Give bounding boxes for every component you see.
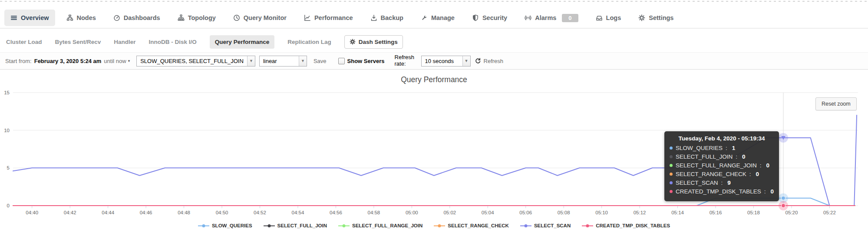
x-axis-label: 05:04	[482, 210, 494, 215]
radio-icon	[525, 14, 531, 21]
tab-label: Cluster Load	[6, 39, 42, 45]
nav-item-alarms[interactable]: Alarms0	[518, 9, 584, 27]
show-servers-checkbox[interactable]	[338, 58, 345, 64]
tab-replication-lag[interactable]: Replication Lag	[287, 39, 331, 45]
save-button[interactable]: Save	[314, 58, 327, 64]
gauge-icon	[113, 14, 120, 21]
nav-item-security[interactable]: Security	[466, 10, 513, 26]
tab-bytes-sent-recv[interactable]: Bytes Sent/Recv	[55, 39, 101, 45]
tab-handler[interactable]: Handler	[114, 39, 135, 45]
legend-item-select_range_check[interactable]: SELECT_RANGE_CHECK	[434, 223, 509, 228]
nav-item-query-monitor[interactable]: Query Monitor	[227, 10, 293, 26]
legend-item-created_tmp_disk_tables[interactable]: CREATED_TMP_DISK_TABLES	[582, 223, 670, 228]
topology-icon	[178, 14, 185, 21]
chevron-down-icon: ▼	[462, 56, 470, 66]
tooltip-row-slow_queries: SLOW_QUERIES:1	[670, 145, 774, 151]
tooltip-series-label: SLOW_QUERIES	[676, 145, 723, 151]
series-dot-icon	[670, 173, 673, 176]
legend-label: SELECT_RANGE_CHECK	[448, 223, 509, 228]
x-axis-label: 04:44	[102, 210, 114, 215]
nav-item-label: Query Monitor	[244, 14, 287, 21]
tab-dash-settings[interactable]: Dash Settings	[344, 35, 403, 49]
chart-title: Query Performance	[0, 75, 868, 84]
clock-icon	[233, 14, 240, 21]
nav-item-backup[interactable]: Backup	[364, 10, 409, 26]
tooltip-row-select_range_check: SELECT_RANGE_CHECK:0	[670, 171, 774, 177]
tooltip-row-select_full_range_join: SELECT_FULL_RANGE_JOIN:0	[670, 162, 774, 169]
tab-cluster-load[interactable]: Cluster Load	[6, 39, 42, 45]
shield-icon	[472, 14, 479, 21]
tooltip-series-value: 1	[732, 145, 736, 151]
reset-zoom-button[interactable]: Reset zoom	[815, 97, 857, 110]
x-axis-label: 04:54	[292, 210, 304, 215]
x-axis-label: 05:06	[519, 210, 532, 215]
nav-item-nodes[interactable]: Nodes	[60, 10, 102, 26]
gear-icon	[350, 39, 356, 45]
legend-marker-icon	[264, 224, 275, 228]
refresh-interval-select[interactable]: 10 seconds ▼	[421, 56, 471, 67]
nav-item-label: Logs	[606, 14, 621, 21]
nav-item-dashboards[interactable]: Dashboards	[107, 10, 166, 26]
top-dotted-divider	[0, 1, 868, 2]
legend-marker-icon	[520, 224, 531, 228]
refresh-icon[interactable]	[475, 58, 481, 64]
tab-label: Handler	[114, 39, 135, 45]
x-axis-label: 05:16	[710, 210, 722, 215]
legend-item-select_scan[interactable]: SELECT_SCAN	[520, 223, 571, 228]
nav-item-topology[interactable]: Topology	[172, 10, 222, 26]
chart-icon	[304, 14, 311, 21]
tooltip-series-label: SELECT_RANGE_CHECK	[676, 171, 746, 177]
tab-query-performance[interactable]: Query Performance	[210, 35, 274, 49]
inbox-icon	[596, 14, 603, 21]
refresh-interval-value: 10 seconds	[422, 56, 462, 66]
metric-select[interactable]: SLOW_QUERIES, SELECT_FULL_JOIN ▼	[136, 56, 255, 67]
legend-label: SELECT_FULL_JOIN	[277, 223, 327, 228]
nav-item-performance[interactable]: Performance	[298, 10, 359, 26]
tooltip-series-label: SELECT_SCAN	[676, 180, 718, 186]
x-axis-label: 05:02	[443, 210, 456, 215]
legend-label: SELECT_SCAN	[534, 223, 571, 228]
chart-toolbar: Start from: February 3, 2020 5:24 am unt…	[0, 52, 868, 70]
nav-item-label: Security	[482, 14, 507, 21]
nav-item-label: Overview	[21, 14, 49, 21]
tooltip-series-value: 0	[756, 171, 759, 177]
x-axis-label: 04:58	[367, 210, 380, 215]
nodes-icon	[66, 14, 73, 21]
nav-item-label: Backup	[381, 14, 403, 21]
nav-item-overview[interactable]: Overview	[4, 10, 55, 26]
y-axis-label: 15	[4, 90, 10, 95]
scale-select-value: linear	[260, 56, 299, 66]
tooltip-series-value: 0	[742, 153, 746, 160]
nav-item-manage[interactable]: Manage	[415, 10, 461, 26]
tab-label: Replication Lag	[287, 39, 331, 45]
x-axis-label: 05:00	[406, 210, 418, 215]
range-dropdown-caret[interactable]: ▾	[128, 59, 130, 63]
nav-item-settings[interactable]: Settings	[632, 10, 680, 26]
legend-item-select_full_join[interactable]: SELECT_FULL_JOIN	[264, 223, 327, 228]
legend-label: SELECT_FULL_RANGE_JOIN	[352, 223, 422, 228]
legend-label: SLOW_QUERIES	[212, 223, 252, 228]
tab-label: Dash Settings	[359, 39, 398, 45]
refresh-rate-label: Refresh rate:	[395, 54, 417, 67]
legend-item-select_full_range_join[interactable]: SELECT_FULL_RANGE_JOIN	[338, 223, 422, 228]
series-dot-icon	[670, 164, 673, 167]
x-axis-label: 05:18	[747, 210, 760, 215]
scale-select[interactable]: linear ▼	[259, 56, 307, 67]
nav-item-label: Alarms	[535, 14, 556, 21]
legend-item-slow_queries[interactable]: SLOW_QUERIES	[198, 223, 252, 228]
series-dot-icon	[670, 181, 673, 184]
tooltip-series-label: CREATED_TMP_DISK_TABLES	[676, 188, 761, 195]
until-now-label[interactable]: until now	[104, 58, 126, 64]
nav-item-logs[interactable]: Logs	[590, 10, 627, 26]
x-axis-label: 05:14	[671, 210, 684, 215]
y-axis-label: 10	[4, 128, 10, 133]
series-dot-icon	[670, 146, 673, 150]
tab-innodb-disk-i-o[interactable]: InnoDB - Disk I/O	[149, 39, 197, 45]
tooltip-series-value: 0	[766, 162, 769, 169]
metric-select-value: SLOW_QUERIES, SELECT_FULL_JOIN	[137, 56, 247, 66]
series-dot-icon	[670, 155, 673, 158]
nav-item-label: Manage	[431, 14, 455, 21]
x-axis-label: 04:48	[178, 210, 190, 215]
tab-label: InnoDB - Disk I/O	[149, 39, 197, 45]
refresh-button[interactable]: Refresh	[484, 58, 504, 64]
